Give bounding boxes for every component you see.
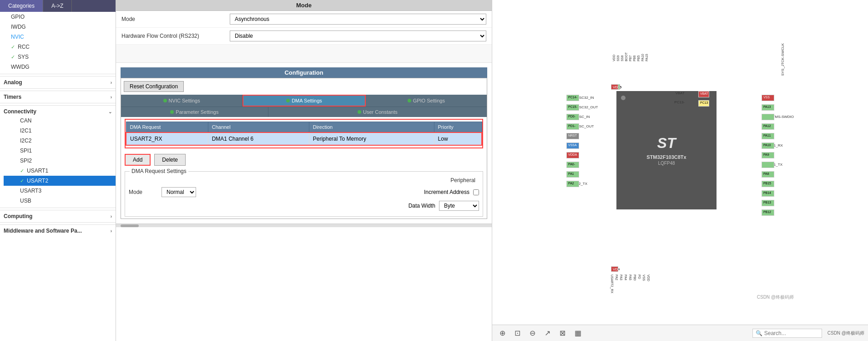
sidebar-item-spi2[interactable]: SPI2 — [4, 156, 116, 166]
right-panel: SYS_JTCK-SWCLK VDD SS9 SS8 BOOT PB7 PB6 … — [492, 0, 868, 341]
mode-spacer — [116, 45, 492, 63]
data-width-right: Data Width Byte Half Word Word — [409, 201, 479, 211]
divider-3 — [0, 103, 116, 103]
fit-button[interactable]: ⊡ — [511, 327, 524, 339]
bottom-label-pa5: PA5 — [629, 275, 632, 293]
top-box-vdd2: VDD — [611, 84, 618, 90]
mode-section: Mode Mode Asynchronous Synchronous Singl… — [116, 0, 492, 45]
left-label-pa1: PA1 PA1 — [566, 170, 598, 179]
tab-gpio[interactable]: GPIO Settings — [366, 95, 487, 107]
sidebar-item-nvic[interactable]: NVIC — [0, 32, 116, 42]
sys-label: SYS — [18, 54, 29, 60]
sidebar-section-timers[interactable]: Timers › — [0, 91, 116, 101]
bottom-labels: USART2_RX PA2 PA3 PA4 PA5 PB0 PD VSS VDD — [610, 275, 651, 293]
pc13-label: PC13- — [674, 100, 685, 104]
chip-body: ST STM32F103C8Tx LQFP48 — [616, 91, 717, 209]
divider-1 — [0, 74, 116, 74]
tab-parameter[interactable]: Parameter Settings — [121, 107, 268, 117]
mode-settings-select[interactable]: Normal Circular — [161, 187, 196, 197]
add-button[interactable]: Add — [125, 154, 151, 166]
sidebar-section-middleware[interactable]: Middleware and Software Pa... › — [0, 224, 116, 235]
sidebar-item-i2c2[interactable]: I2C2 — [4, 136, 116, 146]
data-width-select[interactable]: Byte Half Word Word — [439, 201, 479, 211]
left-label-rcc-osc-in: RCC_OSC_IN PD0- — [566, 112, 598, 122]
mode-row: Mode Asynchronous Synchronous Single Wir… — [116, 11, 492, 28]
gpio-label: GPIO — [11, 14, 25, 20]
delete-button[interactable]: Delete — [154, 154, 186, 166]
right-label-pb14: PB14 PB14 — [762, 189, 771, 198]
bottom-label-vss: VSS — [642, 275, 646, 293]
right-label-usart1-tx: USART1_TX — [762, 160, 782, 169]
chip-package: LQFP48 — [658, 161, 675, 166]
hw-flow-select[interactable]: Disable CTS Only RTS Only CTS/RTS — [230, 31, 486, 41]
search-input[interactable] — [764, 330, 819, 336]
tab-categories[interactable]: Categories — [0, 0, 43, 12]
connectivity-arrow: ⌄ — [108, 109, 112, 114]
tab-user-constants[interactable]: User Constants — [268, 107, 487, 117]
usart1-label: USART1 — [27, 168, 48, 174]
mode-settings-label: Mode — [129, 189, 156, 195]
right-label-pa12: PA12 PA12 — [762, 122, 770, 131]
dma-row-0[interactable]: USART2_RX DMA1 Channel 6 Peripheral To M… — [126, 132, 482, 145]
left-label-pa0: PA0- PA0- — [566, 160, 598, 169]
zoom-in-button[interactable]: ⊕ — [496, 327, 509, 339]
sidebar-item-gpio[interactable]: GPIO — [0, 12, 116, 22]
sidebar: Categories A->Z GPIO IWDG NVIC ✓ RCC ✓ S… — [0, 0, 116, 341]
usart3-label: USART3 — [20, 188, 41, 194]
reset-config-button[interactable]: Reset Configuration — [124, 81, 184, 92]
sidebar-item-sys[interactable]: ✓ SYS — [0, 52, 116, 62]
sidebar-section-computing[interactable]: Computing › — [0, 210, 116, 220]
usart2-label: USART2 — [27, 178, 48, 184]
config-tab-row2: Parameter Settings User Constants — [121, 107, 487, 117]
spi2-label: SPI2 — [20, 158, 32, 164]
sidebar-item-usart3[interactable]: USART3 — [4, 186, 116, 196]
top-pin-pb5: PB5 — [637, 52, 640, 61]
divider-5 — [0, 222, 116, 223]
sidebar-item-iwdg[interactable]: IWDG — [0, 22, 116, 32]
tab-nvic[interactable]: NVIC Settings — [121, 95, 242, 107]
sidebar-item-usart1[interactable]: ✓ USART1 — [4, 166, 116, 176]
sidebar-section-analog[interactable]: Analog › — [0, 76, 116, 87]
right-label-pa11: PA11 PA11 — [762, 132, 770, 141]
sidebar-item-wwdg[interactable]: WWDG — [0, 62, 116, 72]
sidebar-item-rcc[interactable]: ✓ RCC — [0, 42, 116, 52]
vbat-label: VBAT — [676, 91, 685, 95]
tab-a-z[interactable]: A->Z — [43, 0, 72, 12]
analog-arrow: › — [111, 80, 112, 85]
sidebar-item-i2c1[interactable]: I2C1 — [4, 126, 116, 136]
st-logo: ST — [657, 135, 676, 152]
wwdg-label: WWDG — [11, 64, 30, 70]
left-label-rcc-osc-out: RCC_OSC_OUT PD1- — [566, 122, 598, 131]
tab-dma[interactable]: DMA Settings — [242, 95, 365, 107]
left-label-rcc-osc32-in: RCC_OSC32_IN PC14- — [566, 93, 598, 102]
spi1-label: SPI1 — [20, 148, 32, 154]
increment-label: Increment Address — [424, 189, 469, 195]
sidebar-item-usart2[interactable]: ✓ USART2 — [4, 176, 116, 186]
sidebar-item-can[interactable]: CAN — [4, 116, 116, 126]
dma-channel-value: DMA1 Channel 6 — [208, 132, 309, 145]
dma-table: DMA Request Channel Direction Priority U… — [126, 122, 482, 146]
export2-button[interactable]: ⊠ — [556, 327, 569, 339]
sidebar-item-usb[interactable]: USB — [4, 196, 116, 206]
dma-priority-value: Low — [434, 132, 482, 145]
center-panel: Mode Mode Asynchronous Synchronous Singl… — [116, 0, 492, 341]
sidebar-item-spi1[interactable]: SPI1 — [4, 146, 116, 156]
divider-4 — [0, 208, 116, 208]
grid-button[interactable]: ▦ — [571, 327, 585, 339]
uc-dot — [358, 110, 361, 114]
sidebar-tabs: Categories A->Z — [0, 0, 116, 12]
sidebar-section-connectivity[interactable]: Connectivity ⌄ — [0, 105, 116, 116]
mode-select[interactable]: Asynchronous Synchronous Single Wire (Ha… — [230, 14, 486, 25]
export1-button[interactable]: ↗ — [541, 327, 554, 339]
horizontal-scrollbar[interactable] — [116, 224, 492, 227]
right-label-sys-jtms: SYS_JTMS-SWDIO — [762, 112, 794, 122]
dma-tab-label: DMA Settings — [292, 98, 322, 103]
dma-table-wrapper: DMA Request Channel Direction Priority U… — [125, 119, 483, 148]
gpio-dot — [408, 99, 411, 102]
zoom-out-button[interactable]: ⊖ — [526, 327, 539, 339]
bottom-toolbar: ⊕ ⊡ ⊖ ↗ ⊠ ▦ 🔍 CSDN @终极码师 — [492, 325, 868, 341]
content-area: Mode Mode Asynchronous Synchronous Singl… — [116, 0, 868, 341]
increment-checkbox[interactable] — [473, 189, 479, 195]
top-pin-pa15: PA15 — [645, 52, 648, 61]
top-pin-pb7: PB7 — [629, 52, 632, 61]
